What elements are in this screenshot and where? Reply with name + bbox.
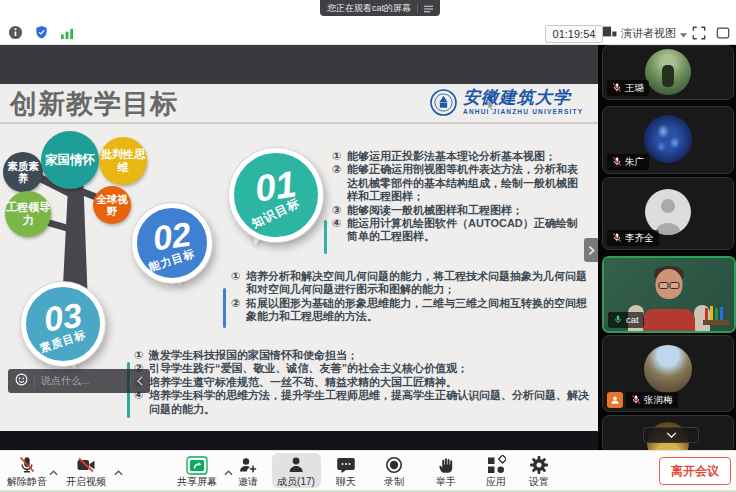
item-text: 拓展以图形为基础的形象思维能力，二维与三维之间相互转换的空间想象能力和工程思维的… (246, 297, 593, 324)
view-mode-button[interactable]: 演讲者视图 (602, 23, 687, 43)
participant-name: 王璐 (625, 83, 644, 93)
goal-circle-ability: 02 能力目标 (132, 203, 212, 283)
participant-name: 朱广 (625, 157, 644, 167)
chat-bubble-icon (336, 455, 356, 475)
banner-divider (417, 4, 418, 13)
next-page-arrow-button[interactable] (584, 238, 598, 262)
avatar (645, 49, 691, 95)
scroll-down-indicator[interactable] (643, 427, 699, 443)
chat-bar-divider (130, 375, 131, 388)
apps-button[interactable]: 应用 (486, 455, 506, 487)
banner-menu-icon[interactable] (424, 0, 433, 17)
participant-tile[interactable]: 朱广 (602, 106, 734, 174)
item-marker: ④ (332, 217, 347, 244)
item-text: 引导学生践行“爱国、敬业、诚信、友善”的社会主义核心价值观； (149, 362, 594, 375)
mic-muted-icon (631, 394, 641, 407)
leave-meeting-button[interactable]: 离开会议 (659, 457, 731, 485)
raise-hand-button[interactable]: 举手 (436, 455, 456, 487)
participant-name: 李齐全 (625, 233, 654, 243)
bookshelf (703, 307, 729, 325)
tree-bubble-global-vision: 全球视野 (93, 186, 131, 224)
apps-grid-icon (486, 455, 506, 475)
settings-button[interactable]: 设置 (529, 455, 549, 487)
mic-active-icon (613, 314, 623, 327)
chat-input-placeholder[interactable]: 说点什么... (41, 374, 124, 388)
raised-hand-icon (437, 455, 456, 475)
tree-bubble-critical-thinking: 批判性思维 (99, 137, 147, 185)
participant-tile[interactable]: 王璐 (602, 45, 734, 100)
banner-text: 您正在观看cat的屏幕 (327, 2, 411, 15)
camera-off-icon (76, 455, 96, 475)
meeting-info-icon[interactable] (8, 25, 23, 44)
quality-goal-text: ①激发学生科技报国的家国情怀和使命担当； ②引导学生践行“爱国、敬业、诚信、友善… (134, 349, 594, 416)
title-underline (0, 122, 598, 124)
raise-hand-label: 举手 (436, 477, 456, 487)
item-marker: ① (332, 150, 347, 163)
item-marker: ③ (332, 204, 347, 217)
members-label: 成员(17) (277, 477, 315, 487)
share-screen-button[interactable]: 共享屏幕 (177, 455, 217, 487)
collapse-left-icon[interactable] (137, 372, 143, 390)
tree-bubble-quality: 素质素养 (3, 152, 43, 192)
item-text: 能够运用正投影法基本理论分析基本视图； (347, 150, 586, 163)
unmute-button[interactable]: 解除静音 (7, 455, 47, 487)
slide-title: 创新教学目标 (10, 86, 178, 122)
share-screen-icon (186, 455, 208, 475)
accent-line (324, 220, 327, 254)
participant-name: cat (626, 315, 639, 325)
mic-muted-icon (612, 82, 622, 95)
participant-tile[interactable]: 张润梅 (602, 335, 734, 412)
video-options-chevron[interactable] (114, 462, 123, 480)
invite-label: 邀请 (238, 477, 258, 487)
share-screen-label: 共享屏幕 (177, 477, 217, 487)
members-button[interactable]: 成员(17) (277, 455, 315, 487)
university-logo: 安徽建筑大学 ANHUI JIANZHU UNIVERSITY (430, 89, 583, 120)
gear-icon (529, 455, 549, 475)
avatar (644, 115, 692, 163)
shared-screen[interactable]: 创新教学目标 安徽建筑大学 ANHUI JIANZHU UNIVERSITY 素… (0, 44, 598, 450)
item-text: 激发学生科技报国的家国情怀和使命担当； (149, 349, 594, 362)
chat-button[interactable]: 聊天 (336, 455, 356, 487)
item-marker: ④ (134, 389, 149, 416)
university-name-cn: 安徽建筑大学 (463, 89, 583, 108)
start-video-label: 开启视频 (66, 477, 106, 487)
fullscreen-button[interactable] (690, 24, 708, 42)
participant-tile-speaking[interactable]: cat (602, 256, 736, 333)
members-person-icon (286, 455, 306, 475)
invite-person-icon (238, 455, 258, 475)
university-name-en: ANHUI JIANZHU UNIVERSITY (463, 108, 583, 115)
record-icon (384, 455, 404, 475)
quick-chat-bar[interactable]: 说点什么... (8, 369, 150, 393)
network-signal-icon[interactable] (60, 26, 75, 44)
presentation-letterbox (0, 44, 598, 84)
start-video-button[interactable]: 开启视频 (66, 455, 106, 487)
participants-sidebar: 王璐 朱广 李齐全 (598, 44, 736, 450)
invite-button[interactable]: 邀请 (238, 455, 258, 487)
apps-label: 应用 (486, 477, 506, 487)
settings-label: 设置 (529, 477, 549, 487)
record-button[interactable]: 录制 (384, 455, 404, 487)
share-options-chevron[interactable] (224, 462, 233, 480)
participant-name: 张润梅 (644, 395, 673, 405)
chat-bar-divider (34, 375, 35, 388)
tree-bubble-leadership: 工程领导力 (5, 191, 51, 237)
participant-tile[interactable]: 李齐全 (602, 177, 734, 250)
item-marker: ② (231, 297, 246, 324)
panel-toggle-button[interactable] (714, 24, 732, 42)
chevron-down-icon (680, 24, 687, 42)
mic-muted-icon (612, 232, 622, 245)
meeting-window: 01:19:54 演讲者视图 您正在观看cat的屏幕 创新教学目标 安徽建筑大学… (0, 0, 736, 492)
tree-bubble-patriotism: 家国情怀 (41, 131, 99, 189)
watching-screen-banner[interactable]: 您正在观看cat的屏幕 (320, 0, 440, 16)
item-text: 能够正确运用剖视图等机件表达方法，分析和表达机械零部件的基本结构组成，绘制一般机… (347, 163, 586, 203)
layout-view-icon (602, 24, 617, 42)
security-shield-icon[interactable] (34, 25, 49, 44)
chat-label: 聊天 (336, 477, 356, 487)
mic-muted-icon (612, 156, 622, 169)
emoji-smiley-icon[interactable] (15, 372, 28, 390)
mic-options-chevron[interactable] (49, 462, 58, 480)
goal-circle-quality: 03 素质目标 (21, 282, 105, 366)
accent-line (223, 288, 226, 328)
host-badge-icon (607, 392, 623, 408)
mic-muted-icon (17, 455, 37, 475)
